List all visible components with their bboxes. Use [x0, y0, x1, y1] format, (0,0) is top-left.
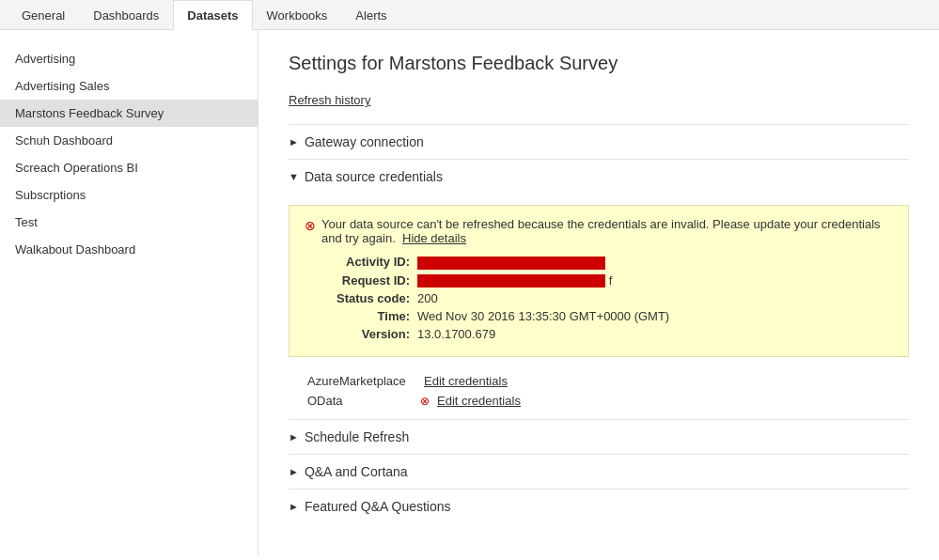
credentials-section: AzureMarketplace Edit credentials OData … — [307, 374, 909, 408]
time-value: Wed Nov 30 2016 13:35:30 GMT+0000 (GMT) — [417, 309, 669, 323]
tab-alerts[interactable]: Alerts — [341, 0, 400, 30]
featured-qa-label: Featured Q&A Questions — [305, 499, 451, 514]
tab-datasets[interactable]: Datasets — [173, 0, 252, 30]
schedule-arrow-icon: ► — [289, 431, 299, 443]
request-id-suffix: f — [609, 273, 613, 288]
section-gateway[interactable]: ► Gateway connection — [289, 124, 909, 159]
version-label: Version: — [323, 327, 417, 341]
request-id-label: Request ID: — [323, 273, 417, 288]
sidebar-item-marstons[interactable]: Marstons Feedback Survey — [0, 100, 258, 127]
edit-odata-link[interactable]: Edit credentials — [437, 394, 521, 408]
odata-error-icon: ⊗ — [420, 395, 430, 408]
error-box: ⊗ Your data source can't be refreshed be… — [289, 205, 909, 357]
section-datasource[interactable]: ▼ Data source credentials — [289, 159, 909, 194]
qa-arrow-icon: ► — [289, 466, 299, 477]
request-id-value: f — [417, 273, 612, 288]
page-title: Settings for Marstons Feedback Survey — [289, 53, 909, 74]
tab-dashboards[interactable]: Dashboards — [79, 0, 173, 30]
hide-details-link[interactable]: Hide details — [402, 231, 466, 245]
version-value: 13.0.1700.679 — [417, 327, 495, 341]
sidebar-item-test[interactable]: Test — [0, 209, 258, 236]
section-schedule[interactable]: ► Schedule Refresh — [289, 419, 909, 454]
sidebar-item-schuh[interactable]: Schuh Dashboard — [0, 127, 258, 154]
activity-id-label: Activity ID: — [323, 255, 417, 270]
error-details: Activity ID: Request ID: f Status code: … — [323, 255, 893, 341]
gateway-arrow-icon: ► — [289, 136, 299, 148]
edit-azure-link[interactable]: Edit credentials — [424, 374, 508, 388]
cred-row-azure: AzureMarketplace Edit credentials — [307, 374, 909, 388]
error-circle-icon: ⊗ — [305, 218, 316, 233]
activity-id-value — [417, 255, 605, 270]
sidebar-item-advertising-sales[interactable]: Advertising Sales — [0, 72, 258, 100]
section-featured-qa[interactable]: ► Featured Q&A Questions — [289, 489, 909, 523]
gateway-label: Gateway connection — [305, 134, 424, 149]
featured-qa-arrow-icon: ► — [289, 501, 299, 512]
request-id-redacted — [417, 274, 605, 288]
error-text: Your data source can't be refreshed beca… — [321, 217, 893, 245]
status-code-value: 200 — [417, 291, 438, 305]
section-qa[interactable]: ► Q&A and Cortana — [289, 454, 909, 489]
top-nav: General Dashboards Datasets Workbooks Al… — [0, 0, 939, 30]
sidebar-item-walkabout[interactable]: Walkabout Dashboard — [0, 236, 258, 263]
schedule-label: Schedule Refresh — [305, 429, 409, 444]
cred-azure-label: AzureMarketplace — [307, 374, 420, 388]
version-row: Version: 13.0.1700.679 — [323, 327, 893, 341]
sidebar-item-screach[interactable]: Screach Operations BI — [0, 154, 258, 181]
time-label: Time: — [323, 309, 417, 323]
tab-workbooks[interactable]: Workbooks — [253, 0, 342, 30]
time-row: Time: Wed Nov 30 2016 13:35:30 GMT+0000 … — [323, 309, 893, 323]
sidebar-item-subscrptions[interactable]: Subscrptions — [0, 181, 258, 209]
activity-id-redacted — [417, 257, 605, 270]
layout: Advertising Advertising Sales Marstons F… — [0, 30, 939, 555]
cred-odata-label: OData — [307, 394, 420, 408]
status-code-row: Status code: 200 — [323, 291, 893, 305]
cred-row-odata: OData ⊗ Edit credentials — [307, 394, 909, 408]
refresh-history-link[interactable]: Refresh history — [289, 93, 370, 107]
request-id-row: Request ID: f — [323, 273, 893, 288]
activity-id-row: Activity ID: — [323, 255, 893, 270]
sidebar-item-advertising[interactable]: Advertising — [0, 45, 258, 72]
datasource-arrow-icon: ▼ — [289, 171, 299, 182]
main-content: Settings for Marstons Feedback Survey Re… — [258, 30, 939, 555]
qa-label: Q&A and Cortana — [305, 464, 408, 479]
status-code-label: Status code: — [323, 291, 417, 305]
datasource-label: Data source credentials — [305, 169, 443, 184]
error-message: ⊗ Your data source can't be refreshed be… — [305, 217, 893, 245]
sidebar: Advertising Advertising Sales Marstons F… — [0, 30, 258, 555]
tab-general[interactable]: General — [8, 0, 79, 30]
